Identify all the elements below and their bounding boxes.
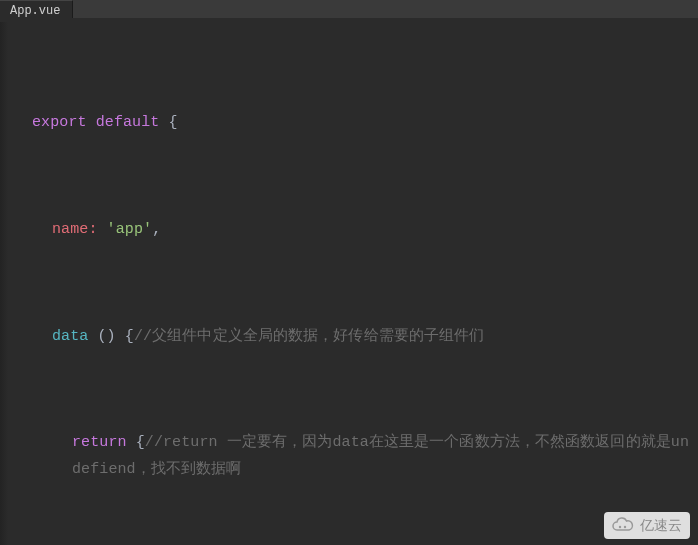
brace: {	[127, 434, 145, 451]
code-line: data () {//父组件中定义全局的数据，好传给需要的子组件们	[14, 324, 698, 351]
args: () {	[88, 328, 134, 345]
watermark-text: 亿速云	[640, 517, 682, 535]
svg-point-0	[619, 526, 621, 528]
code-line: return {//return 一定要有，因为data在这里是一个函数方法，不…	[14, 430, 698, 483]
comment: //父组件中定义全局的数据，好传给需要的子组件们	[134, 328, 484, 345]
keyword-export: export	[32, 114, 87, 131]
cloud-icon	[610, 516, 634, 534]
prop-name: name:	[52, 221, 98, 238]
brace: {	[159, 114, 177, 131]
watermark-badge: 亿速云	[604, 512, 690, 539]
code-area[interactable]: export default { name: 'app', data () {/…	[0, 18, 698, 545]
code-editor: App.vue export default { name: 'app', da…	[0, 0, 698, 545]
keyword-default: default	[96, 114, 160, 131]
comma: ,	[152, 221, 161, 238]
tab-filename: App.vue	[10, 4, 60, 18]
tab-bar: App.vue	[0, 0, 698, 18]
tab-app-vue[interactable]: App.vue	[0, 0, 73, 18]
fn-data: data	[52, 328, 88, 345]
comment: //return 一定要有，因为data在这里是一个函数方法，不然函数返回的就是…	[72, 434, 689, 478]
code-line: export default {	[14, 110, 698, 137]
string: 'app'	[98, 221, 153, 238]
code-line: name: 'app',	[14, 217, 698, 244]
keyword-return: return	[72, 434, 127, 451]
svg-point-1	[624, 526, 626, 528]
